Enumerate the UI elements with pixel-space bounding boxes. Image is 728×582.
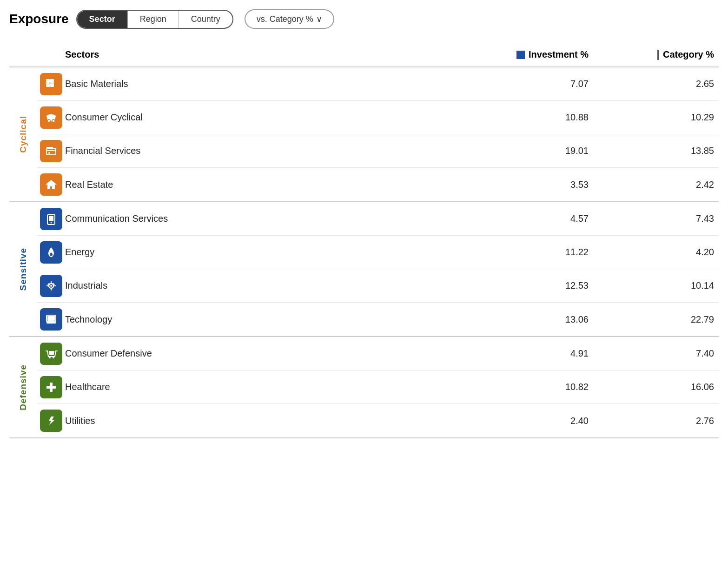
category-communication: 7.43 [598,213,719,224]
investment-financial-services: 19.01 [477,146,598,156]
industrials-icon [40,275,62,297]
table-row: Energy 11.22 4.20 [37,236,719,269]
table-row: Consumer Cyclical 10.88 10.29 [37,101,719,134]
sensitive-label-col: Sensitive [9,202,37,336]
table-row: Utilities 2.40 2.76 [37,404,719,437]
svg-rect-2 [46,83,50,87]
category-industrials: 10.14 [598,280,719,291]
table-row: Industrials 12.53 10.14 [37,269,719,303]
investment-legend-square [516,51,525,59]
real-estate-icon [40,173,62,196]
technology-icon [40,308,62,331]
category-financial-services: 13.85 [598,146,719,156]
svg-rect-6 [46,148,56,155]
category-real-estate: 2.42 [598,179,719,190]
sector-name-financial-services: Financial Services [65,146,140,156]
investment-healthcare: 10.82 [477,382,598,392]
tab-sector[interactable]: Sector [77,11,127,28]
sector-name-technology: Technology [65,314,112,325]
sectors-table: Sectors Investment % Category % Cyclical [9,43,719,438]
consumer-defensive-icon [40,343,62,365]
investment-utilities: 2.40 [477,416,598,426]
sensitive-group-label: Sensitive [18,248,28,291]
group-cyclical: Cyclical Basic Materials [9,67,719,202]
svg-point-7 [48,152,50,154]
defensive-rows: Consumer Defensive 4.91 7.40 Healthcare [37,337,719,437]
svg-rect-15 [51,281,52,284]
category-legend-bar [657,50,659,60]
sector-name-consumer-cyclical: Consumer Cyclical [65,112,143,123]
svg-rect-8 [46,147,53,149]
defensive-label-col: Defensive [9,337,37,437]
sector-name-real-estate: Real Estate [65,179,113,190]
consumer-cyclical-icon [40,106,62,129]
svg-rect-18 [53,285,56,286]
sector-name-utilities: Utilities [65,416,95,426]
svg-rect-0 [46,79,50,83]
sector-name-basic-materials: Basic Materials [65,79,128,89]
category-consumer-defensive: 7.40 [598,348,719,359]
svg-point-26 [53,357,54,358]
investment-consumer-defensive: 4.91 [477,348,598,359]
sector-name-energy: Energy [65,247,94,258]
table-row: Technology 13.06 22.79 [37,303,719,336]
page-header: Exposure Sector Region Country vs. Categ… [9,9,719,29]
col-header-investment: Investment % [477,49,598,60]
svg-rect-16 [51,288,52,291]
investment-communication: 4.57 [477,213,598,224]
col-header-sectors: Sectors [37,49,477,60]
category-energy: 4.20 [598,247,719,258]
investment-consumer-cyclical: 10.88 [477,112,598,123]
category-technology: 22.79 [598,314,719,325]
cyclical-rows: Basic Materials 7.07 2.65 [37,67,719,201]
chevron-down-icon: ∨ [316,14,322,24]
sector-name-industrials: Industrials [65,280,107,291]
investment-industrials: 12.53 [477,280,598,291]
cyclical-label-col: Cyclical [9,67,37,201]
svg-point-25 [49,357,51,358]
svg-point-14 [50,285,52,287]
communication-services-icon [40,208,62,230]
defensive-group-label: Defensive [18,364,28,410]
svg-rect-22 [47,316,55,321]
sector-name-communication: Communication Services [65,213,168,224]
table-row: Consumer Defensive 4.91 7.40 [37,337,719,370]
svg-rect-3 [50,83,54,87]
investment-real-estate: 3.53 [477,179,598,190]
table-row: Real Estate 3.53 2.42 [37,168,719,201]
table-row: Communication Services 4.57 7.43 [37,202,719,236]
svg-point-12 [51,222,52,223]
investment-basic-materials: 7.07 [477,79,598,89]
tab-region[interactable]: Region [127,11,179,28]
table-row: Healthcare 10.82 16.06 [37,370,719,404]
sector-name-consumer-defensive: Consumer Defensive [65,348,152,359]
svg-point-5 [52,119,55,122]
svg-rect-1 [50,79,54,83]
group-defensive: Defensive Consumer Defensive [9,337,719,438]
table-row: Financial Services 19.01 13.85 [37,134,719,168]
svg-rect-11 [49,216,53,221]
financial-services-icon [40,140,62,162]
cyclical-group-label: Cyclical [18,116,28,153]
tab-country[interactable]: Country [179,11,232,28]
utilities-icon [40,410,62,432]
group-sensitive: Sensitive Communication Services [9,202,719,337]
svg-point-4 [47,119,50,122]
sensitive-rows: Communication Services 4.57 7.43 Energy [37,202,719,336]
vs-category-button[interactable]: vs. Category % ∨ [245,9,334,29]
table-header: Sectors Investment % Category % [9,43,719,67]
svg-rect-28 [46,386,56,389]
page-title: Exposure [9,12,69,26]
basic-materials-icon [40,73,62,95]
svg-rect-24 [50,322,53,324]
investment-energy: 11.22 [477,247,598,258]
category-basic-materials: 2.65 [598,79,719,89]
category-utilities: 2.76 [598,416,719,426]
healthcare-icon [40,376,62,398]
view-tab-group: Sector Region Country [76,10,233,29]
energy-icon [40,241,62,264]
svg-marker-9 [46,180,57,189]
vs-button-label: vs. Category % [257,14,313,24]
svg-rect-17 [46,285,49,286]
category-healthcare: 16.06 [598,382,719,392]
